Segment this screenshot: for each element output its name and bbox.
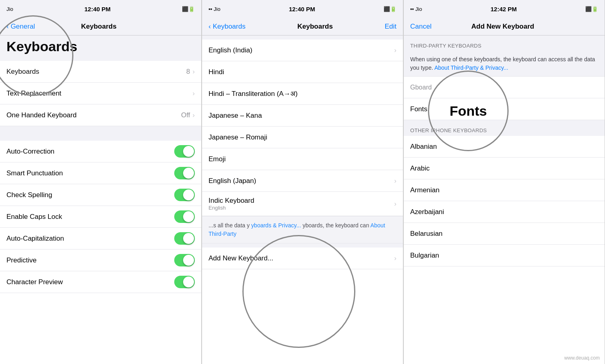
cancel-button-3[interactable]: Cancel [410, 23, 432, 31]
list-item-japanese-kana[interactable]: Japanese – Kana [202, 105, 403, 127]
other-keyboards-section-header: OTHER IPHONE KEYBOARDS [404, 124, 605, 136]
time-1: 12:40 PM [84, 6, 111, 12]
nav-title-2: Keyboards [297, 23, 333, 31]
watermark: www.deuaq.com [564, 355, 600, 361]
chevron-one-handed: › [192, 111, 195, 119]
settings-section-toggles-1: Auto-Correction Smart Punctuation Check … [0, 141, 201, 293]
row-text-replacement[interactable]: Text Replacement › [0, 83, 201, 104]
settings-section-top-1: Keyboards 8 › Text Replacement › One Han… [0, 61, 201, 126]
list-item-japanese-romaji[interactable]: Japanese – Romaji [202, 127, 403, 148]
row-enable-caps-lock[interactable]: Enable Caps Lock [0, 206, 201, 228]
row-one-handed[interactable]: One Handed Keyboard Off › [0, 104, 201, 126]
status-bar-2: ▪▪ Jio 12:40 PM ⬛🔋 [202, 0, 403, 18]
keyboard-list-2: English (India) › Hindi Hindi – Translit… [202, 40, 403, 216]
list-item-fonts[interactable]: Fonts [404, 98, 605, 120]
status-bar-3: ▪▪ Jio 12:42 PM ⬛🔋 [404, 0, 605, 18]
list-item-hindi-transliteration[interactable]: Hindi – Transliteration (A→अ) [202, 83, 403, 105]
list-item-indic-keyboard[interactable]: Indic Keyboard English › [202, 192, 403, 216]
gboard-label: Gboard [410, 84, 432, 91]
list-item-english-japan[interactable]: English (Japan) › [202, 170, 403, 192]
battery-1: ⬛🔋 [182, 6, 195, 12]
list-item-english-india[interactable]: English (India) › [202, 40, 403, 61]
character-preview-toggle[interactable] [174, 276, 195, 288]
third-party-keyboards-list: Gboard Fonts [404, 77, 605, 120]
list-item-bulgarian[interactable]: Bulgarian [404, 245, 605, 266]
screen3-frame: ▪▪ Jio 12:42 PM ⬛🔋 Cancel Add New Keyboa… [403, 0, 605, 364]
carrier-signal-3: ▪▪ Jio [410, 6, 422, 12]
chevron-add-keyboard: › [394, 254, 396, 262]
nav-bar-3: Cancel Add New Keyboard [404, 18, 605, 35]
indic-keyboard-sublabel: English [209, 205, 254, 211]
chevron-english-india: › [394, 46, 396, 54]
chevron-indic-keyboard: › [394, 200, 396, 208]
auto-correction-label: Auto-Correction [6, 148, 54, 156]
list-item-hindi[interactable]: Hindi [202, 61, 403, 83]
auto-capitalization-toggle[interactable] [174, 232, 195, 245]
carrier-signal-2: ▪▪ Jio [209, 6, 220, 12]
list-item-armenian[interactable]: Armenian [404, 179, 605, 201]
predictive-label: Predictive [6, 256, 37, 264]
smart-punctuation-toggle[interactable] [174, 167, 195, 179]
list-item-arabic[interactable]: Arabic [404, 158, 605, 179]
bulgarian-label: Bulgarian [410, 252, 439, 260]
row-smart-punctuation[interactable]: Smart Punctuation [0, 162, 201, 184]
section-gap-1 [0, 126, 201, 141]
japanese-kana-label: Japanese – Kana [209, 112, 262, 120]
time-2: 12:40 PM [289, 6, 315, 12]
chevron-english-japan: › [394, 177, 396, 185]
predictive-toggle[interactable] [174, 254, 195, 266]
list-item-belarusian[interactable]: Belarusian [404, 223, 605, 245]
auto-capitalization-label: Auto-Capitalization [6, 235, 64, 243]
large-title-area-1: Keyboards [0, 35, 201, 61]
row-predictive[interactable]: Predictive [0, 250, 201, 271]
japanese-romaji-label: Japanese – Romaji [209, 133, 267, 141]
third-party-info-box-3: When using one of these keyboards, the k… [404, 51, 605, 77]
row-check-spelling[interactable]: Check Spelling [0, 184, 201, 206]
row-keyboards[interactable]: Keyboards 8 › [0, 61, 201, 83]
row-character-preview[interactable]: Character Preview [0, 271, 201, 293]
enable-caps-lock-toggle[interactable] [174, 210, 195, 223]
back-button-1[interactable]: ‹ General [6, 23, 35, 31]
add-new-keyboard-label: Add New Keyboard... [209, 254, 273, 262]
third-party-info-partial-2: yboards, the keyboard can [302, 222, 370, 229]
row-one-handed-label: One Handed Keyboard [6, 111, 77, 119]
check-spelling-label: Check Spelling [6, 191, 52, 199]
nav-bar-2: ‹ Keyboards Keyboards Edit [202, 18, 403, 35]
back-button-2[interactable]: ‹ Keyboards [209, 23, 246, 31]
keyboards-privacy-link-2[interactable]: yboards & Privacy... [251, 222, 301, 229]
status-bar-1: Jio 12:40 PM ⬛🔋 [0, 0, 201, 18]
gap-middle-3 [404, 120, 605, 124]
third-party-info-text-2: ...s all the data y [209, 222, 250, 229]
hindi-transliteration-label: Hindi – Transliteration (A→अ) [209, 90, 298, 98]
albanian-label: Albanian [410, 143, 437, 151]
battery-2: ⬛🔋 [384, 6, 396, 12]
list-item-gboard[interactable]: Gboard [404, 77, 605, 98]
list-item-albanian[interactable]: Albanian [404, 136, 605, 158]
nav-bar-1: ‹ General Keyboards [0, 18, 201, 35]
third-party-info-2: ...s all the data y yboards & Privacy...… [202, 216, 403, 243]
carrier-signal-1: Jio [6, 6, 13, 12]
chevron-text-replacement: › [192, 89, 195, 98]
fonts-label: Fonts [410, 105, 428, 113]
check-spelling-toggle[interactable] [174, 189, 195, 201]
row-keyboards-label: Keyboards [6, 68, 39, 76]
gap-top-3 [404, 35, 605, 40]
row-one-handed-value: Off › [181, 111, 195, 119]
emoji-label: Emoji [209, 155, 226, 163]
row-auto-correction[interactable]: Auto-Correction [0, 141, 201, 162]
gap-top-2 [202, 35, 403, 40]
about-third-party-link-3[interactable]: About Third-Party & Privacy... [434, 64, 508, 71]
add-new-keyboard-row[interactable]: Add New Keyboard... › [202, 248, 403, 269]
row-keyboards-value: 8 › [186, 68, 195, 76]
other-keyboards-list: Albanian Arabic Armenian Azerbaijani Bel… [404, 136, 605, 266]
auto-correction-toggle[interactable] [174, 145, 195, 158]
enable-caps-lock-label: Enable Caps Lock [6, 213, 62, 221]
screen1-frame: Jio 12:40 PM ⬛🔋 ‹ General Keyboards Keyb… [0, 0, 202, 364]
list-item-emoji[interactable]: Emoji [202, 148, 403, 170]
third-party-section-header: THIRD-PARTY KEYBOARDS [404, 40, 605, 51]
edit-button-2[interactable]: Edit [385, 23, 396, 31]
page-large-title-1: Keyboards [6, 39, 195, 54]
list-item-azerbaijani[interactable]: Azerbaijani [404, 201, 605, 223]
row-auto-capitalization[interactable]: Auto-Capitalization [0, 228, 201, 250]
row-text-replacement-chevron: › [192, 89, 195, 98]
